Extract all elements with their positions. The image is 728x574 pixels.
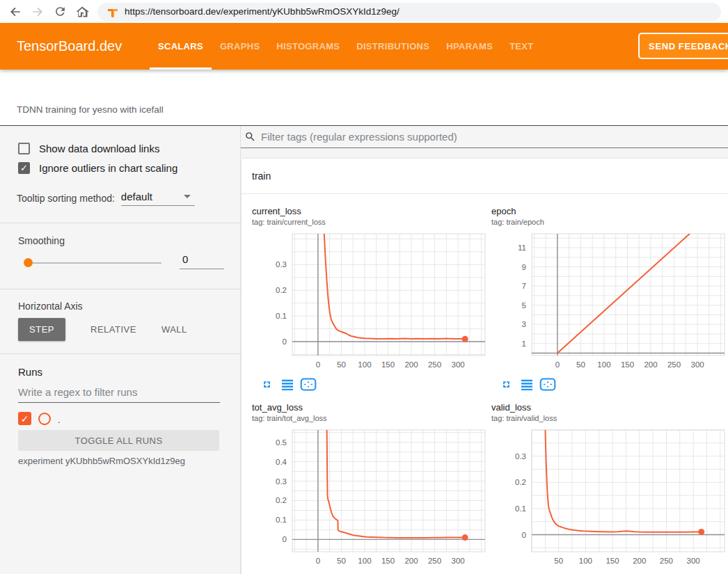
run-row[interactable]: ✓ . (18, 412, 61, 425)
svg-text:200: 200 (404, 557, 418, 565)
horizontal-axis-buttons: STEP RELATIVE WALL (18, 318, 187, 341)
svg-text:0: 0 (555, 360, 560, 369)
wall-button[interactable]: WALL (161, 324, 187, 335)
svg-text:1: 1 (522, 340, 526, 348)
show-download-links-row[interactable]: Show data download links (18, 140, 159, 157)
svg-text:200: 200 (404, 360, 418, 369)
svg-text:200: 200 (633, 557, 646, 565)
dropdown-arrow-icon (184, 195, 191, 198)
app-header: TensorBoard.dev SCALARS GRAPHS HISTOGRAM… (0, 23, 728, 70)
reload-icon[interactable] (50, 3, 70, 21)
tensorboard-favicon (107, 6, 118, 17)
smoothing-value-input[interactable]: 0 (180, 253, 224, 269)
tab-histograms[interactable]: HISTOGRAMS (268, 23, 348, 70)
tag-group-title[interactable]: train (242, 159, 728, 194)
svg-text:100: 100 (358, 360, 371, 369)
nav-tabs: SCALARS GRAPHS HISTOGRAMS DISTRIBUTIONS … (150, 23, 542, 70)
svg-text:50: 50 (337, 360, 346, 369)
tab-distributions[interactable]: DISTRIBUTIONS (348, 23, 438, 70)
tab-scalars[interactable]: SCALARS (150, 23, 212, 70)
svg-text:0: 0 (283, 535, 287, 543)
svg-text:9: 9 (522, 263, 526, 271)
svg-text:250: 250 (667, 360, 681, 369)
svg-text:100: 100 (597, 360, 610, 369)
fullscreen-icon[interactable] (501, 379, 512, 390)
brand-title: TensorBoard.dev (17, 38, 122, 54)
svg-text:0: 0 (283, 337, 287, 346)
smoothing-label: Smoothing (18, 235, 65, 246)
ignore-outliers-row[interactable]: ✓ Ignore outliers in chart scaling (18, 159, 177, 176)
scalar-chart-card: tot_avg_losstag: train/tot_avg_loss05010… (252, 402, 491, 574)
tooltip-sorting-select[interactable]: default (121, 191, 195, 206)
toggle-all-runs-button[interactable]: TOGGLE ALL RUNS (18, 430, 219, 451)
filter-tags-row[interactable]: Filter tags (regular expressions support… (241, 126, 728, 148)
horizontal-axis-label: Horizontal Axis (18, 301, 83, 312)
svg-text:50: 50 (576, 360, 585, 369)
experiment-bar: TDNN training for yesno with icefall (0, 70, 728, 126)
runs-filter-input[interactable]: Write a regex to filter runs (18, 386, 220, 403)
svg-text:200: 200 (644, 360, 657, 369)
run-color-circle-icon (38, 413, 51, 425)
slider-thumb[interactable] (24, 258, 33, 267)
fit-domain-icon[interactable] (300, 378, 317, 391)
chart-plot[interactable]: 5010015020025030000.10.20.3 (491, 428, 728, 568)
fullscreen-icon[interactable] (262, 379, 272, 390)
svg-text:11: 11 (518, 244, 526, 252)
address-bar[interactable]: https://tensorboard.dev/experiment/yKUbh… (97, 3, 721, 21)
checkbox-unchecked-icon[interactable] (18, 143, 30, 154)
step-button[interactable]: STEP (18, 318, 65, 341)
chart-title: valid_loss (491, 402, 728, 413)
screen: https://tensorboard.dev/experiment/yKUbh… (0, 0, 728, 574)
svg-text:0.1: 0.1 (515, 504, 526, 513)
svg-text:7: 7 (522, 282, 526, 290)
smoothing-slider: 0 (18, 257, 223, 269)
experiment-title: TDNN training for yesno with icefall (17, 104, 164, 115)
svg-text:100: 100 (358, 557, 371, 565)
svg-text:0.5: 0.5 (276, 438, 287, 447)
chart-plot[interactable]: 0501001502002503001357911 (491, 232, 728, 372)
scalar-chart-card: current_losstag: train/current_loss05010… (252, 206, 491, 391)
svg-text:0.3: 0.3 (276, 477, 287, 486)
tab-hparams[interactable]: HPARAMS (438, 23, 501, 70)
send-feedback-button[interactable]: SEND FEEDBACK (638, 33, 728, 59)
svg-text:0.4: 0.4 (276, 458, 287, 466)
svg-text:50: 50 (337, 557, 346, 565)
chart-tag: tag: train/tot_avg_loss (252, 414, 491, 422)
svg-text:250: 250 (660, 557, 673, 565)
svg-text:0.3: 0.3 (276, 260, 287, 269)
svg-text:300: 300 (452, 360, 465, 369)
checkbox-checked-icon[interactable]: ✓ (18, 162, 30, 174)
forward-icon[interactable] (28, 3, 47, 21)
relative-button[interactable]: RELATIVE (90, 324, 136, 335)
divider (0, 289, 240, 289)
tooltip-sorting-label: Tooltip sorting method: (17, 193, 115, 206)
slider-track[interactable] (28, 262, 161, 264)
svg-text:3: 3 (522, 320, 526, 328)
chart-plot[interactable]: 05010015020025030000.10.20.3 (252, 232, 489, 372)
fit-domain-icon[interactable] (539, 378, 556, 391)
svg-text:0.1: 0.1 (276, 312, 287, 320)
chart-plot[interactable]: 05010015020025030000.10.20.30.40.5 (252, 428, 489, 568)
home-icon[interactable] (72, 3, 92, 21)
svg-text:0.3: 0.3 (515, 452, 526, 461)
log-scale-icon[interactable] (281, 379, 294, 390)
sidebar: Show data download links ✓ Ignore outlie… (0, 126, 241, 574)
tab-graphs[interactable]: GRAPHS (212, 23, 268, 70)
tab-text[interactable]: TEXT (501, 23, 541, 70)
svg-text:150: 150 (381, 360, 395, 369)
log-scale-icon[interactable] (521, 379, 533, 390)
divider (0, 223, 240, 223)
svg-text:100: 100 (579, 557, 592, 565)
checkbox-label: Ignore outliers in chart scaling (39, 162, 177, 174)
filter-tags-input[interactable]: Filter tags (regular expressions support… (261, 131, 457, 143)
tooltip-sorting-row: Tooltip sorting method: default (17, 191, 195, 206)
run-checkbox-icon[interactable]: ✓ (18, 412, 31, 425)
back-icon[interactable] (6, 3, 25, 21)
divider (0, 353, 240, 354)
scalar-chart-card: valid_losstag: train/valid_loss501001502… (491, 402, 728, 574)
chart-title: current_loss (252, 206, 491, 216)
checkbox-label: Show data download links (39, 143, 159, 154)
chart-tag: tag: train/valid_loss (491, 414, 728, 422)
scalar-chart-card: epochtag: train/epoch0501001502002503001… (491, 206, 728, 391)
svg-text:0.2: 0.2 (276, 286, 287, 294)
